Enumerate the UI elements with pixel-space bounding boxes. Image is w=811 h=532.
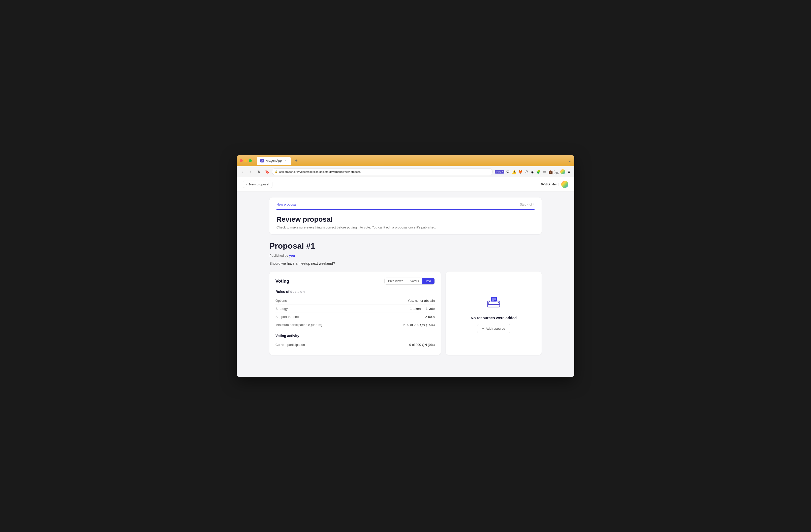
brave-shield-icon[interactable]: 🛡 (506, 170, 510, 174)
wallet-address: 0x58D...4eF8 (541, 183, 559, 186)
tab-info[interactable]: Info (423, 278, 434, 284)
progress-step: Step 4 of 4 (520, 203, 535, 206)
browser-tab[interactable]: A Aragon App × (257, 157, 291, 165)
no-resources-icon (486, 294, 502, 310)
tab-close-button[interactable]: × (284, 159, 287, 162)
tab-overflow-chevron[interactable]: ⌄ (568, 159, 571, 163)
app-content: ‹ New proposal 0x58D...4eF8 New proposal… (236, 177, 575, 377)
metamask-icon[interactable]: 🦊 (518, 170, 522, 174)
app-header: ‹ New proposal 0x58D...4eF8 (236, 177, 575, 191)
voting-title: Voting (275, 279, 289, 284)
rule-row-options: Options Yes, no, or abstain (275, 297, 435, 305)
tab-favicon: A (260, 159, 264, 162)
url-bar[interactable]: 🔒 app.aragon.org/#/daos/goerli/qn.dao.et… (272, 168, 493, 175)
rules-title: Rules of decision (275, 290, 435, 294)
browser-menu-icon[interactable]: ≡ (567, 170, 571, 174)
traffic-lights (240, 159, 252, 162)
activity-row-participation: Current participation 0 of 200 QN (0%) (275, 341, 435, 349)
tab-voters[interactable]: Voters (407, 278, 423, 284)
wallet-avatar[interactable] (561, 181, 568, 188)
back-icon: ‹ (246, 182, 247, 186)
review-section: Review proposal Check to make sure every… (276, 215, 535, 229)
rule-label-quorum: Minimum participation (Quorum) (275, 323, 322, 327)
ext-grid-icon[interactable]: ◈ (530, 170, 535, 174)
rule-row-quorum: Minimum participation (Quorum) ≥ 30 of 2… (275, 321, 435, 329)
browser-window: A Aragon App × + ⌄ ‹ › ↻ 🔖 🔒 app.aragon.… (236, 155, 575, 377)
proposal-number: Proposal #1 (270, 241, 541, 251)
refresh-button[interactable]: ↻ (256, 169, 262, 175)
proposal-description: Should we have a meetup next weekend? (270, 262, 541, 266)
maximize-traffic-light[interactable] (249, 159, 252, 162)
back-to-proposals-button[interactable]: ‹ New proposal (243, 181, 272, 188)
minimize-traffic-light[interactable] (244, 159, 247, 162)
ipfs-indicator: ● (502, 171, 503, 173)
alert-icon[interactable]: ⚠️ (512, 170, 516, 174)
rule-row-threshold: Support threshold > 50% (275, 313, 435, 321)
vpn-label[interactable]: • VPN (554, 170, 559, 174)
add-resource-icon: + (483, 327, 484, 330)
rule-value-threshold: > 50% (425, 315, 435, 319)
ext-sidebar-icon[interactable]: ▭ (542, 170, 547, 174)
back-button[interactable]: ‹ (240, 169, 246, 175)
rule-row-strategy: Strategy 1 token → 1 vote (275, 305, 435, 313)
activity-section: Voting activity Current participation 0 … (275, 334, 435, 349)
review-subtitle: Check to make sure everything is correct… (276, 225, 535, 229)
back-label: New proposal (249, 182, 269, 186)
progress-header: New proposal Step 4 of 4 (276, 203, 535, 206)
ext-clock-icon[interactable]: ⏱ (524, 170, 529, 174)
close-traffic-light[interactable] (240, 159, 243, 162)
url-text: app.aragon.org/#/daos/goerli/qn.dao.eth/… (279, 170, 361, 173)
tab-bar: A Aragon App × + ⌄ (257, 157, 571, 165)
no-resources-text: No resources were added (471, 316, 517, 320)
title-bar: A Aragon App × + ⌄ (236, 155, 575, 166)
rule-label-threshold: Support threshold (275, 315, 302, 319)
resources-card: No resources were added + Add resource (446, 271, 541, 355)
main-content: New proposal Step 4 of 4 Review proposal… (259, 191, 552, 361)
rule-label-options: Options (275, 299, 287, 302)
ipfs-label: IPFS (496, 171, 501, 173)
forward-button[interactable]: › (248, 169, 254, 175)
rule-value-options: Yes, no, or abstain (408, 299, 435, 302)
progress-bar-fill (276, 209, 535, 210)
progress-bar-track (276, 209, 535, 210)
rule-value-quorum: ≥ 30 of 200 QN (15%) (403, 323, 435, 327)
activity-value-participation: 0 of 200 QN (0%) (409, 343, 435, 347)
voting-tabs: Breakdown Voters Info (384, 278, 435, 285)
bookmark-button[interactable]: 🔖 (264, 169, 270, 175)
add-resource-label: Add resource (486, 327, 505, 330)
browser-profile-avatar[interactable] (560, 169, 565, 174)
progress-title: New proposal (276, 203, 296, 206)
ipfs-badge[interactable]: IPFS ● (495, 170, 504, 174)
voting-card: Voting Breakdown Voters Info Rules of de… (270, 271, 441, 355)
published-by-prefix: Published by (270, 254, 288, 257)
inbox-icon-wrapper (486, 294, 502, 311)
add-resource-button[interactable]: + Add resource (477, 324, 510, 333)
published-by: Published by you (270, 254, 541, 257)
ext-puzzle-icon[interactable]: 🧩 (536, 170, 540, 174)
new-tab-button[interactable]: + (293, 157, 300, 164)
proposal-title-section: Proposal #1 Published by you Should we h… (270, 241, 541, 266)
activity-title: Voting activity (275, 334, 435, 338)
browser-extensions: IPFS ● 🛡 ⚠️ 🦊 ⏱ ◈ 🧩 ▭ 💼 • VPN ≡ (495, 169, 571, 174)
review-heading: Review proposal (276, 215, 535, 223)
tab-breakdown[interactable]: Breakdown (385, 278, 407, 284)
two-column-layout: Voting Breakdown Voters Info Rules of de… (270, 271, 541, 355)
rule-label-strategy: Strategy (275, 307, 288, 311)
tab-title: Aragon App (266, 159, 282, 162)
lock-icon: 🔒 (275, 170, 278, 173)
voting-header: Voting Breakdown Voters Info (275, 278, 435, 285)
rules-section: Rules of decision Options Yes, no, or ab… (275, 290, 435, 329)
progress-card: New proposal Step 4 of 4 Review proposal… (270, 198, 541, 234)
published-by-link[interactable]: you (289, 254, 295, 257)
address-bar: ‹ › ↻ 🔖 🔒 app.aragon.org/#/daos/goerli/q… (236, 166, 575, 177)
activity-label-participation: Current participation (275, 343, 305, 347)
ext-wallet-icon[interactable]: 💼 (548, 170, 553, 174)
wallet-info: 0x58D...4eF8 (541, 181, 568, 188)
rule-value-strategy: 1 token → 1 vote (410, 307, 435, 311)
